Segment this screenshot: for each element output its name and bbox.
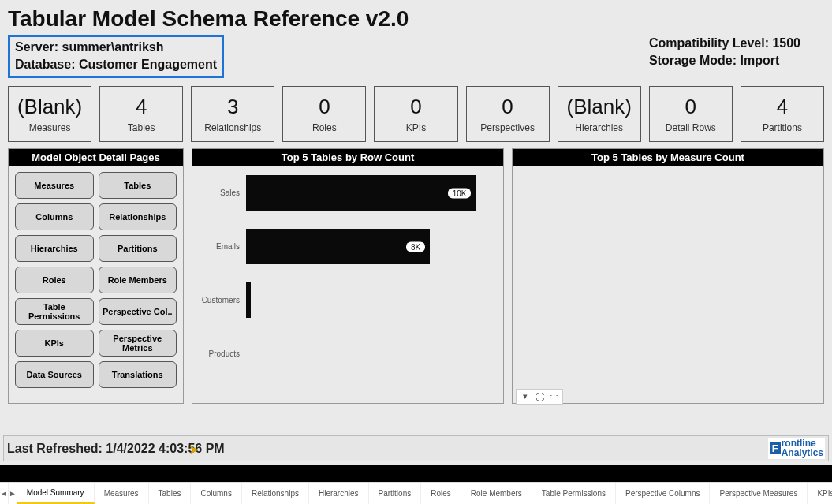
bar-track: 8K [246, 229, 487, 264]
card-value: 0 [470, 95, 546, 119]
mid-panels: Model Object Detail Pages MeasuresTables… [0, 147, 832, 405]
bar-label: Sales [200, 189, 240, 197]
server-db-box: Server: summer\antriksh Database: Custom… [8, 35, 224, 78]
card-value: 0 [378, 95, 453, 119]
tabs-next[interactable]: ► [9, 483, 17, 504]
card-value: 0 [653, 95, 729, 119]
bar-row-sales: Sales10K [200, 174, 487, 213]
summary-card-tables: 4Tables [99, 86, 183, 142]
card-label: Detail Rows [653, 122, 729, 133]
tab-roles[interactable]: Roles [421, 483, 461, 504]
tab-measures[interactable]: Measures [95, 483, 149, 504]
database-label: Database: Customer Engagement [15, 56, 217, 73]
card-label: Partitions [744, 122, 820, 133]
nav-button-tables[interactable]: Tables [99, 172, 177, 199]
detail-buttons-grid: MeasuresTablesColumnsRelationshipsHierar… [9, 166, 183, 394]
tab-model-summary[interactable]: Model Summary [17, 483, 95, 504]
focus-icon[interactable]: ⛶ [534, 391, 545, 402]
nav-button-perspective-metrics[interactable]: Perspective Metrics [99, 330, 177, 357]
bar-label: Products [200, 349, 240, 358]
last-refreshed: Last Refreshed: 1/4/2022 4:03:56 PM ➤ [7, 442, 225, 456]
bar-value: 8K [406, 241, 425, 252]
card-value: 4 [744, 95, 820, 119]
filter-icon[interactable]: ▾ [520, 391, 531, 402]
summary-card-partitions: 4Partitions [741, 86, 824, 142]
logo-f: F [770, 442, 781, 454]
tab-perspective-measures[interactable]: Perspective Measures [710, 483, 808, 504]
card-value: 4 [103, 95, 179, 119]
bar-fill[interactable] [246, 282, 251, 318]
nav-button-measures[interactable]: Measures [15, 172, 94, 199]
card-value: 3 [195, 95, 270, 119]
server-label: Server: summer\antriksh [15, 39, 217, 56]
info-row: Server: summer\antriksh Database: Custom… [0, 35, 832, 81]
bar-label: Emails [200, 242, 240, 251]
bar-label: Customers [200, 296, 240, 304]
visual-toolbar: ▾ ⛶ ⋯ [516, 389, 563, 405]
nav-button-kpis[interactable]: KPIs [15, 330, 94, 357]
card-label: Relationships [195, 122, 270, 133]
more-icon[interactable]: ⋯ [548, 391, 559, 402]
bar-row-emails: Emails8K [200, 227, 487, 267]
tab-hierarchies[interactable]: Hierarchies [309, 483, 369, 504]
cursor-icon: ➤ [189, 443, 199, 456]
card-label: Roles [286, 122, 362, 133]
tabs-prev[interactable]: ◄ [0, 483, 9, 504]
measurecount-panel: Top 5 Tables by Measure Count ▾ ⛶ ⋯ [512, 148, 824, 404]
summary-card-detail-rows: 0Detail Rows [649, 86, 733, 142]
card-label: Measures [12, 122, 88, 133]
nav-button-table-permissions[interactable]: Table Permissions [15, 298, 94, 325]
bar-track: 10K [246, 175, 487, 211]
summary-card-perspectives: 0Perspectives [466, 86, 550, 142]
nav-button-perspective-col-[interactable]: Perspective Col.. [99, 298, 177, 325]
nav-button-data-sources[interactable]: Data Sources [15, 361, 94, 388]
storage-label: Storage Mode: Import [649, 52, 800, 69]
bar-track [246, 336, 487, 371]
rowcount-chart: Sales10KEmails8KCustomersProducts [192, 166, 503, 403]
logo-text: rontlineAnalytics [782, 439, 823, 457]
measurecount-header: Top 5 Tables by Measure Count [513, 149, 823, 166]
page-tabs: ◄ ► Model SummaryMeasuresTablesColumnsRe… [0, 482, 832, 504]
summary-card-roles: 0Roles [282, 86, 366, 142]
compat-storage-box: Compatibility Level: 1500 Storage Mode: … [649, 35, 824, 78]
nav-button-roles[interactable]: Roles [15, 267, 94, 293]
summary-card-kpis: 0KPIs [374, 86, 457, 142]
summary-card-hierarchies: (Blank)Hierarchies [558, 86, 641, 142]
summary-card-relationships: 3Relationships [191, 86, 274, 142]
tab-tables[interactable]: Tables [149, 483, 192, 504]
detail-pages-header: Model Object Detail Pages [9, 149, 183, 166]
bar-value: 10K [448, 188, 472, 198]
nav-button-partitions[interactable]: Partitions [99, 235, 177, 262]
black-strip [0, 465, 832, 482]
nav-button-columns[interactable]: Columns [15, 203, 94, 230]
bar-fill[interactable]: 8K [246, 229, 430, 264]
tab-columns[interactable]: Columns [191, 483, 241, 504]
bar-row-customers: Customers [200, 281, 487, 320]
brand-logo: F rontlineAnalytics [768, 438, 825, 459]
card-value: 0 [286, 95, 362, 119]
tab-role-members[interactable]: Role Members [461, 483, 532, 504]
card-label: Perspectives [470, 122, 546, 133]
card-label: KPIs [378, 122, 453, 133]
card-label: Hierarchies [562, 122, 637, 133]
card-value: (Blank) [562, 95, 637, 119]
card-label: Tables [103, 122, 179, 133]
tab-perspective-columns[interactable]: Perspective Columns [616, 483, 710, 504]
nav-button-role-members[interactable]: Role Members [99, 267, 177, 293]
summary-card-measures: (Blank)Measures [8, 86, 91, 142]
nav-button-relationships[interactable]: Relationships [99, 203, 177, 230]
bar-fill[interactable]: 10K [246, 175, 476, 211]
bar-track [246, 282, 487, 318]
nav-button-translations[interactable]: Translations [99, 361, 177, 388]
nav-button-hierarchies[interactable]: Hierarchies [15, 235, 94, 262]
rowcount-header: Top 5 Tables by Row Count [192, 149, 503, 166]
tab-relationships[interactable]: Relationships [242, 483, 309, 504]
summary-cards: (Blank)Measures4Tables3Relationships0Rol… [0, 81, 832, 147]
tab-partitions[interactable]: Partitions [369, 483, 422, 504]
tab-kpis[interactable]: KPIs [808, 483, 832, 504]
card-value: (Blank) [12, 95, 88, 119]
page-title: Tabular Model Schema Reference v2.0 [0, 0, 832, 35]
tab-table-permissions[interactable]: Table Permissions [532, 483, 616, 504]
detail-pages-panel: Model Object Detail Pages MeasuresTables… [8, 148, 184, 404]
refresh-row: Last Refreshed: 1/4/2022 4:03:56 PM ➤ F … [3, 435, 829, 461]
